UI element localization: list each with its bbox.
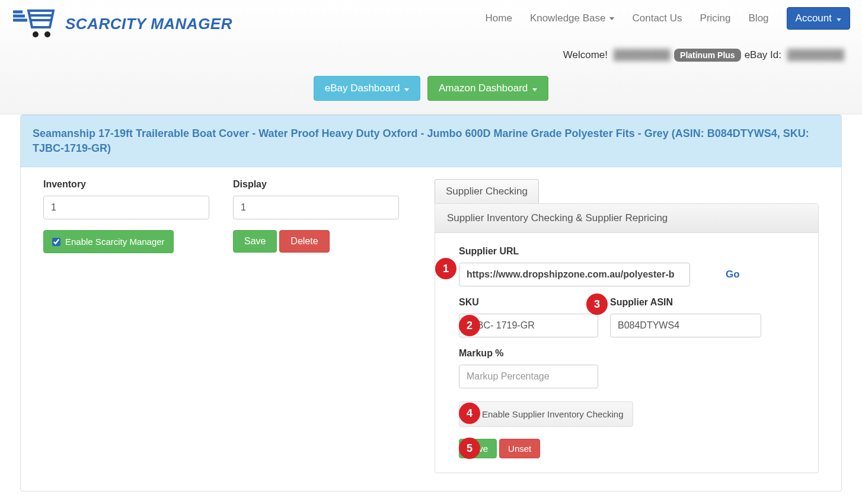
supplier-asin-label: Supplier ASIN <box>610 297 761 308</box>
top-nav: Home Knowledge Base Contact Us Pricing B… <box>486 5 850 30</box>
product-heading: Seamanship 17-19ft Trailerable Boat Cove… <box>21 115 841 167</box>
supplier-asin-input[interactable] <box>610 314 761 337</box>
display-input[interactable] <box>233 196 399 219</box>
supplier-panel-heading: Supplier Inventory Checking & Supplier R… <box>435 204 818 233</box>
display-label: Display <box>233 179 399 190</box>
enable-supplier-inventory-button[interactable]: Enable Supplier Inventory Checking <box>459 401 633 427</box>
sku-label: SKU <box>459 297 598 308</box>
logo-text: SCARCITY MANAGER <box>65 15 232 33</box>
ebay-id-value: ████████ <box>785 49 844 61</box>
delete-button[interactable]: Delete <box>279 230 329 253</box>
right-column: Supplier Checking Supplier Inventory Che… <box>435 179 819 473</box>
ebay-id-label: eBay Id: <box>745 49 781 61</box>
nav-contact[interactable]: Contact Us <box>632 12 682 24</box>
nav-blog[interactable]: Blog <box>749 12 769 24</box>
inventory-label: Inventory <box>43 179 209 190</box>
svg-point-2 <box>33 31 39 37</box>
chevron-down-icon <box>835 12 841 24</box>
header: SCARCITY MANAGER Home Knowledge Base Con… <box>0 0 862 114</box>
ebay-dashboard-button[interactable]: eBay Dashboard <box>314 76 421 101</box>
save-button[interactable]: Save <box>233 230 277 253</box>
step-badge-1: 1 <box>435 258 456 279</box>
chevron-down-icon <box>404 82 409 94</box>
amazon-dashboard-button[interactable]: Amazon Dashboard <box>427 76 548 101</box>
supplier-url-label: Supplier URL <box>459 246 690 257</box>
chevron-down-icon <box>532 82 537 94</box>
svg-point-3 <box>44 31 50 37</box>
left-column: Inventory Enable Scarcity Manager Displa… <box>43 179 411 473</box>
nav-knowledge-base[interactable]: Knowledge Base <box>530 12 615 24</box>
cart-icon <box>12 8 59 39</box>
user-name: ████████ <box>611 49 671 61</box>
markup-input[interactable] <box>459 365 598 388</box>
tab-supplier-checking[interactable]: Supplier Checking <box>435 179 539 203</box>
brand-logo[interactable]: SCARCITY MANAGER <box>12 5 232 45</box>
plan-badge: Platinum Plus <box>674 49 741 62</box>
product-panel: Seamanship 17-19ft Trailerable Boat Cove… <box>20 114 842 492</box>
nav-home[interactable]: Home <box>486 12 512 24</box>
inventory-input[interactable] <box>43 196 209 219</box>
nav-pricing[interactable]: Pricing <box>700 12 731 24</box>
welcome-label: Welcome! <box>563 49 608 61</box>
supplier-panel: Supplier Inventory Checking & Supplier R… <box>435 203 819 473</box>
dashboard-buttons: eBay Dashboard Amazon Dashboard <box>12 62 850 114</box>
enable-scarcity-button[interactable]: Enable Scarcity Manager <box>43 230 174 253</box>
supplier-url-input[interactable] <box>459 263 690 286</box>
account-button[interactable]: Account <box>787 7 850 30</box>
enable-scarcity-checkbox[interactable] <box>52 238 60 246</box>
welcome-bar: Welcome! ████████ Platinum Plus eBay Id:… <box>12 45 850 62</box>
step-badge-3: 3 <box>586 294 608 315</box>
go-link[interactable]: Go <box>726 269 740 280</box>
supplier-unset-button[interactable]: Unset <box>499 439 540 458</box>
markup-label: Markup % <box>459 348 598 359</box>
